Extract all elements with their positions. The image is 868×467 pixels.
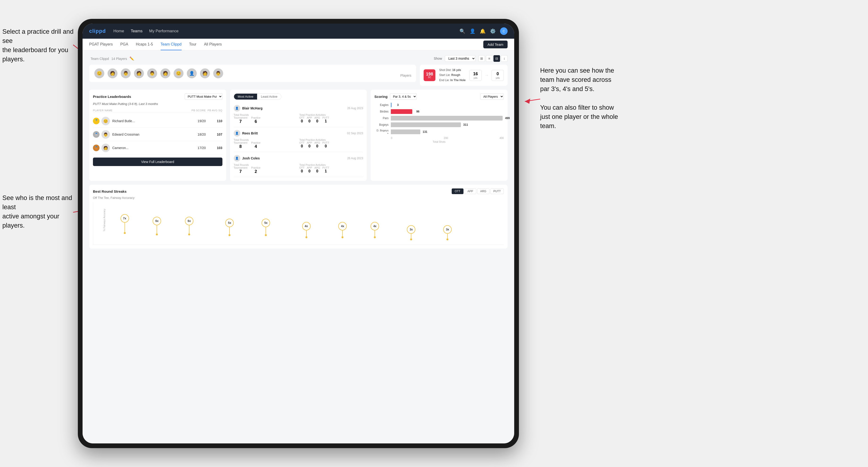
subnav: PGAT Players PGA Hcaps 1-5 Team Clippd T… (83, 39, 514, 51)
nav-logo: clippd (89, 28, 106, 34)
rank-badge-2: 🥈 (93, 131, 99, 138)
avatar[interactable]: C (500, 27, 507, 35)
add-team-button[interactable]: Add Team (483, 40, 507, 49)
annotation-top-right: Here you can see how the team have score… (540, 66, 618, 131)
bell-icon[interactable]: 🔔 (480, 28, 486, 34)
grid-view-icon[interactable]: ⊞ (478, 55, 485, 62)
streak-point-9: 3x (407, 225, 415, 240)
streaks-subtitle: Off The Tee, Fairway Accuracy (93, 196, 504, 199)
player-avatar-5[interactable]: 👨 (147, 68, 158, 79)
rank-badge-3: 🥉 (93, 145, 99, 151)
settings-icon[interactable]: ⚙️ (490, 28, 496, 34)
subnav-pgat[interactable]: PGAT Players (89, 39, 113, 50)
streaks-header: Best Round Streaks OTT APP ARG PUTT (93, 188, 504, 194)
player-avatar-6[interactable]: 🧑 (160, 68, 171, 79)
streak-point-6: 4x (302, 222, 311, 238)
player-avatar-7[interactable]: 😊 (173, 68, 184, 79)
nav-links: Home Teams My Performance (114, 28, 452, 34)
subnav-tour[interactable]: Tour (189, 39, 196, 50)
detail-view-icon[interactable]: ⊟ (493, 55, 500, 62)
player-avatar-3[interactable]: 👨 (120, 68, 131, 79)
leaderboard-row-2: 🥈 👨 Edward Crossman 18/20 107 (93, 128, 222, 141)
bar-bogeys: 311 (391, 122, 461, 127)
drill-select[interactable]: PUTT Must Make Putting... (185, 93, 222, 100)
tablet-screen: clippd Home Teams My Performance 🔍 👤 🔔 ⚙… (83, 24, 514, 443)
streak-point-7: 4x (338, 222, 347, 238)
player-avatar-1[interactable]: 😊 (94, 68, 105, 79)
streaks-card: Best Round Streaks OTT APP ARG PUTT Off … (89, 185, 507, 249)
players-card: 😊 🧑 👨 🧑 👨 🧑 😊 👤 🧑 👨 Players (89, 65, 416, 82)
chart-row-birdies: Birdies 96 (374, 109, 504, 114)
streak-point-8: 4x (371, 222, 379, 238)
streak-point-5: 5x (261, 219, 270, 236)
chart-x-labels: 0 200 400 (374, 136, 504, 139)
least-active-tab[interactable]: Least Active (257, 94, 281, 99)
most-active-tab[interactable]: Most Active (234, 94, 257, 99)
shot-card: 198 SC Shot Dist: 16 yds Start Lie: Roug… (420, 65, 507, 86)
player-avatar-4[interactable]: 🧑 (133, 68, 144, 79)
player-avatar-10[interactable]: 👨 (213, 68, 224, 79)
streak-filter-ott[interactable]: OTT (452, 188, 464, 194)
subnav-hcaps[interactable]: Hcaps 1-5 (136, 39, 153, 50)
player-avatar-9[interactable]: 🧑 (199, 68, 210, 79)
activity-avatar-2: 👤 (234, 130, 240, 136)
players-row: 😊 🧑 👨 🧑 👨 🧑 😊 👤 🧑 👨 Players (89, 65, 507, 86)
nav-link-performance[interactable]: My Performance (149, 28, 179, 34)
player-avatar-2[interactable]: 🧑 (107, 68, 118, 79)
chart-row-dbogeys: D. Bogeys + 131 (374, 129, 504, 135)
streaks-title: Best Round Streaks (93, 189, 127, 193)
streak-filter-arg[interactable]: ARG (477, 188, 489, 194)
show-period-select[interactable]: Last 3 months Last 6 months This year (445, 55, 475, 62)
drill-subtitle: PUTT Must Make Putting (3-6 ft), Last 3 … (93, 102, 222, 106)
chart-row-bogeys: Bogeys 311 (374, 122, 504, 127)
leaderboard-col-headers: PLAYER NAME PB SCORE PB AVG SQ (93, 108, 222, 113)
edit-team-icon[interactable]: ✏️ (129, 57, 134, 61)
activity-avatar-1: 👤 (234, 105, 240, 112)
shot-details: Shot Dist: 16 yds Start Lie: Rough End L… (439, 68, 466, 83)
shot-badge: 198 SC (424, 69, 435, 81)
nav-link-home[interactable]: Home (114, 28, 124, 34)
view-icons: ⊞ ≡ ⊟ ↕ (478, 55, 507, 62)
bar-birdies: 96 (391, 109, 412, 114)
scoring-par-filter[interactable]: Par 3, 4 & 5s Par 3s Par 4s Par 5s (390, 93, 417, 100)
nav-link-teams[interactable]: Teams (131, 28, 143, 34)
lb-avatar-2: 👨 (101, 130, 110, 139)
streak-point-3: 6x (185, 217, 193, 236)
player-avatar-8[interactable]: 👤 (186, 68, 197, 79)
annotation-bottom-left: See who is the most and least active amo… (2, 193, 75, 230)
subnav-all-players[interactable]: All Players (204, 39, 222, 50)
yds-box-2: 0 yds (492, 70, 504, 81)
streak-filter-app[interactable]: APP (464, 188, 476, 194)
nav-icons: 🔍 👤 🔔 ⚙️ C (460, 27, 507, 35)
chart-x-title: Total Shots (374, 140, 504, 143)
subnav-pga[interactable]: PGA (120, 39, 128, 50)
streaks-chart-inner: 7x 6x 6x (100, 203, 504, 245)
scoring-chart: Eagles 3 Birdies (374, 102, 504, 143)
rank-badge-1: 🥇 (93, 118, 99, 124)
streak-point-10: 3x (443, 225, 452, 240)
lb-avatar-1: 😊 (101, 117, 110, 125)
streak-point-1: 7x (121, 214, 129, 234)
subnav-team-clippd[interactable]: Team Clippd (161, 39, 182, 50)
scoring-player-filter[interactable]: All Players (480, 93, 504, 100)
leaderboard-title: Practice Leaderboards (93, 95, 131, 99)
team-controls: Show Last 3 months Last 6 months This ye… (434, 55, 507, 62)
streak-filter-putt[interactable]: PUTT (490, 188, 504, 194)
streak-point-2: 6x (153, 217, 161, 236)
bar-dbogeys: 131 (391, 129, 420, 134)
chart-row-eagles: Eagles 3 (374, 102, 504, 107)
search-icon[interactable]: 🔍 (460, 28, 465, 34)
activity-tabs: Most Active Least Active (234, 93, 282, 100)
list-view-icon[interactable]: ≡ (486, 55, 493, 62)
streaks-filter-btns: OTT APP ARG PUTT (452, 188, 504, 194)
scoring-header: Scoring Par 3, 4 & 5s Par 3s Par 4s Par … (374, 93, 504, 100)
person-icon[interactable]: 👤 (470, 28, 475, 34)
leaderboard-row-3: 🥉 🧑 Cameron... 17/20 103 (93, 141, 222, 155)
view-full-leaderboard-button[interactable]: View Full Leaderboard (93, 158, 222, 166)
team-header: Team Clippd 14 Players ✏️ Show Last 3 mo… (89, 55, 507, 62)
activity-row-3: 👤 Josh Coles 26 Aug 2023 Total Rounds To… (234, 152, 363, 177)
navbar: clippd Home Teams My Performance 🔍 👤 🔔 ⚙… (83, 24, 514, 39)
streak-point-4: 5x (225, 219, 234, 236)
sort-icon[interactable]: ↕ (501, 55, 507, 62)
scoring-title: Scoring (374, 95, 388, 99)
